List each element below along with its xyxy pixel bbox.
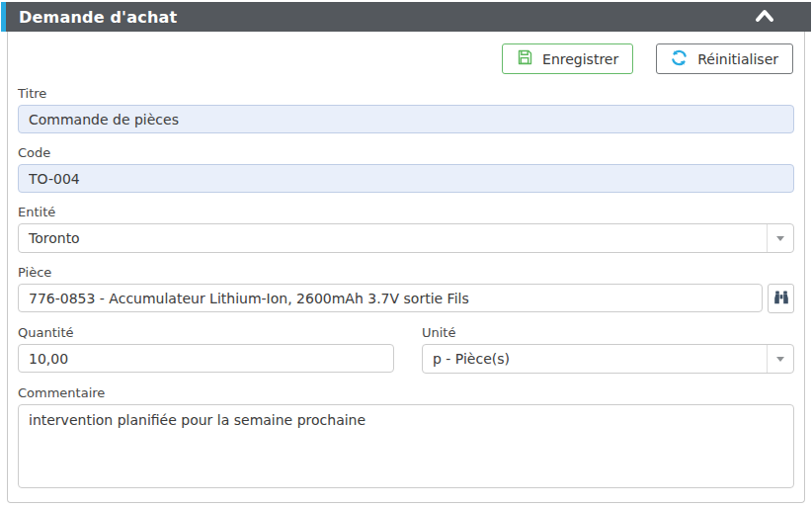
save-button[interactable]: Enregistrer: [502, 43, 633, 74]
refresh-icon: [671, 49, 688, 69]
piece-input[interactable]: [18, 284, 763, 312]
collapse-panel-button[interactable]: [752, 6, 777, 28]
piece-label: Pièce: [18, 265, 794, 280]
save-button-label: Enregistrer: [542, 51, 618, 67]
chevron-up-icon: [754, 8, 775, 27]
reset-button[interactable]: Réinitialiser: [656, 43, 793, 74]
caret-down-icon: [776, 357, 784, 362]
floppy-disk-icon: [517, 49, 532, 68]
titre-label: Titre: [18, 86, 794, 101]
field-quantite: Quantité: [18, 325, 394, 374]
code-input[interactable]: [18, 164, 794, 193]
quantite-label: Quantité: [18, 325, 394, 340]
accent-bar: [1, 2, 6, 32]
piece-lookup-button[interactable]: [768, 284, 794, 313]
caret-down-icon: [776, 236, 784, 241]
toolbar: Enregistrer Réinitialiser: [18, 43, 794, 74]
reset-button-label: Réinitialiser: [697, 51, 778, 67]
field-code: Code: [18, 145, 794, 193]
unite-selected-value: p - Pièce(s): [423, 351, 767, 367]
unite-caret-button[interactable]: [767, 345, 793, 373]
entite-dropdown[interactable]: Toronto: [18, 223, 794, 253]
panel-body: Enregistrer Réinitialiser Titre: [7, 32, 805, 503]
piece-row: [18, 284, 794, 313]
titre-input[interactable]: [18, 105, 794, 133]
entite-caret-button[interactable]: [767, 224, 793, 252]
entite-label: Entité: [18, 205, 794, 219]
code-label: Code: [18, 145, 794, 160]
purchase-request-panel: Demande d'achat Enregistrer: [0, 2, 812, 503]
page-title: Demande d'achat: [1, 8, 177, 27]
field-entite: Entité Toronto: [18, 205, 794, 253]
commentaire-textarea[interactable]: intervention planifiée pour la semaine p…: [18, 404, 794, 488]
field-piece: Pièce: [18, 265, 794, 313]
field-commentaire: Commentaire intervention planifiée pour …: [18, 385, 794, 492]
field-unite: Unité p - Pièce(s): [422, 325, 794, 374]
quantite-input[interactable]: [18, 344, 394, 373]
entite-selected-value: Toronto: [19, 230, 767, 246]
binoculars-icon: [773, 290, 789, 308]
commentaire-label: Commentaire: [18, 385, 794, 400]
unite-label: Unité: [422, 325, 794, 340]
field-titre: Titre: [18, 86, 794, 133]
unite-dropdown[interactable]: p - Pièce(s): [422, 344, 794, 374]
panel-header: Demande d'achat: [1, 2, 811, 32]
quantity-unit-row: Quantité Unité p - Pièce(s): [18, 325, 794, 374]
